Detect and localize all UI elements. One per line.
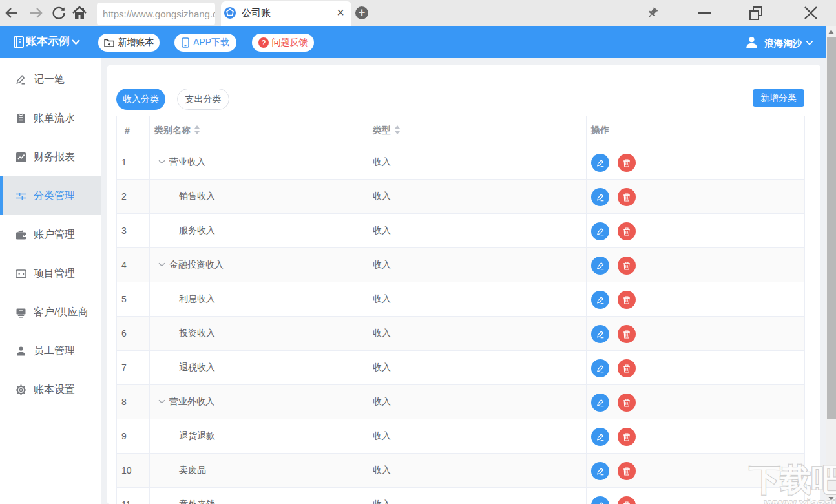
- svg-text:?: ?: [261, 39, 266, 47]
- svg-text:www.xiazaiba.com: www.xiazaiba.com: [764, 496, 836, 504]
- svg-text:下载吧: 下载吧: [749, 463, 836, 497]
